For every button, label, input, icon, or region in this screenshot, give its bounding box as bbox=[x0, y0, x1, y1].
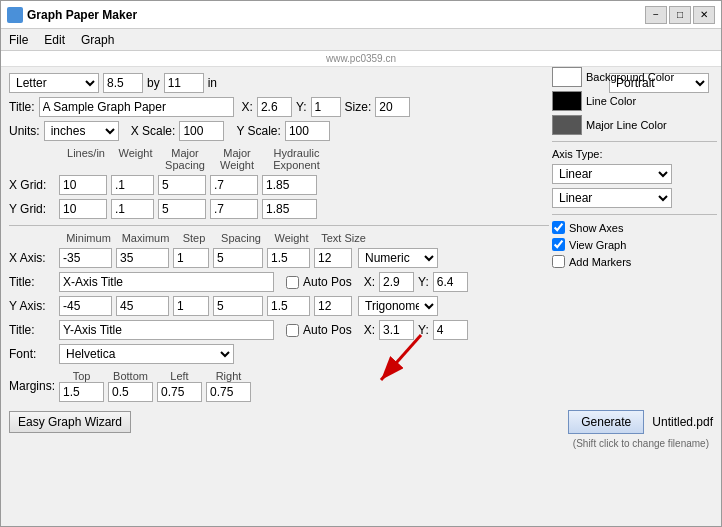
close-button[interactable]: ✕ bbox=[693, 6, 715, 24]
app-icon bbox=[7, 7, 23, 23]
xscale-input[interactable] bbox=[179, 121, 224, 141]
paper-height-input[interactable] bbox=[164, 73, 204, 93]
xscale-label: X Scale: bbox=[131, 124, 176, 138]
add-markers-checkbox[interactable] bbox=[552, 255, 565, 268]
title-bar: Graph Paper Maker − □ ✕ bbox=[1, 1, 721, 29]
generate-button[interactable]: Generate bbox=[568, 410, 644, 434]
bottom-buttons-row: Easy Graph Wizard Generate Untitled.pdf bbox=[9, 410, 713, 434]
xaxis-autopos-checkbox[interactable] bbox=[286, 276, 299, 289]
xgrid-lines[interactable] bbox=[59, 175, 107, 195]
xaxis-title-input[interactable] bbox=[59, 272, 274, 292]
col-spacing: Spacing bbox=[215, 232, 267, 244]
yaxis-autopos-label: Auto Pos bbox=[303, 323, 352, 337]
right-panel: Background Color Line Color Major Line C… bbox=[552, 67, 717, 268]
yaxis-text-size[interactable] bbox=[314, 296, 352, 316]
yaxis-autopos-checkbox[interactable] bbox=[286, 324, 299, 337]
ygrid-major-spacing[interactable] bbox=[158, 199, 206, 219]
xgrid-hydraulic[interactable] bbox=[262, 175, 317, 195]
title-label: Title: bbox=[9, 100, 35, 114]
yaxis-min[interactable] bbox=[59, 296, 112, 316]
yaxis-max[interactable] bbox=[116, 296, 169, 316]
right-label: Right bbox=[216, 370, 242, 382]
menu-graph[interactable]: Graph bbox=[73, 31, 122, 49]
add-markers-row: Add Markers bbox=[552, 255, 717, 268]
title-x-input[interactable] bbox=[257, 97, 292, 117]
menu-edit[interactable]: Edit bbox=[36, 31, 73, 49]
units-select[interactable]: inches bbox=[44, 121, 119, 141]
left-label: Left bbox=[170, 370, 188, 382]
xgrid-major-weight[interactable] bbox=[210, 175, 258, 195]
unit-label: in bbox=[208, 76, 217, 90]
ygrid-major-weight[interactable] bbox=[210, 199, 258, 219]
xgrid-major-spacing[interactable] bbox=[158, 175, 206, 195]
yaxis-weight[interactable] bbox=[267, 296, 310, 316]
xaxis-y-val[interactable] bbox=[433, 272, 468, 292]
yaxis-title-input[interactable] bbox=[59, 320, 274, 340]
yaxis-title-label: Title: bbox=[9, 323, 55, 337]
line-color-label: Line Color bbox=[586, 95, 636, 107]
line-color-row: Line Color bbox=[552, 91, 717, 111]
xaxis-label: X Axis: bbox=[9, 251, 55, 265]
yscale-label: Y Scale: bbox=[236, 124, 280, 138]
yaxis-type-select[interactable]: Trigonometric bbox=[358, 296, 438, 316]
yaxis-y-val[interactable] bbox=[433, 320, 468, 340]
xaxis-min[interactable] bbox=[59, 248, 112, 268]
axis-type-2-select[interactable]: Linear bbox=[552, 188, 672, 208]
xgrid-label: X Grid: bbox=[9, 178, 55, 192]
margin-right-input[interactable] bbox=[206, 382, 251, 402]
yaxis-x-val[interactable] bbox=[379, 320, 414, 340]
yaxis-row: Y Axis: Trigonometric bbox=[9, 296, 713, 316]
xaxis-y-label: Y: bbox=[418, 275, 429, 289]
yaxis-x-label: X: bbox=[364, 323, 375, 337]
xaxis-x-label: X: bbox=[364, 275, 375, 289]
yscale-input[interactable] bbox=[285, 121, 330, 141]
window-title: Graph Paper Maker bbox=[27, 8, 137, 22]
minimize-button[interactable]: − bbox=[645, 6, 667, 24]
ygrid-hydraulic[interactable] bbox=[262, 199, 317, 219]
xaxis-weight[interactable] bbox=[267, 248, 310, 268]
major-line-color-swatch[interactable] bbox=[552, 115, 582, 135]
view-graph-checkbox[interactable] bbox=[552, 238, 565, 251]
xaxis-text-size[interactable] bbox=[314, 248, 352, 268]
col-axis-weight: Weight bbox=[269, 232, 314, 244]
ygrid-lines[interactable] bbox=[59, 199, 107, 219]
title-input[interactable] bbox=[39, 97, 234, 117]
yaxis-step[interactable] bbox=[173, 296, 209, 316]
xaxis-title-row: Title: Auto Pos X: Y: bbox=[9, 272, 713, 292]
col-maximum: Maximum bbox=[118, 232, 173, 244]
menu-bar: File Edit Graph bbox=[1, 29, 721, 51]
axis-type-1-select[interactable]: Linear bbox=[552, 164, 672, 184]
xgrid-weight[interactable] bbox=[111, 175, 154, 195]
font-select[interactable]: Helvetica bbox=[59, 344, 234, 364]
title-size-input[interactable] bbox=[375, 97, 410, 117]
col-lines-in: Lines/in bbox=[61, 147, 111, 171]
xaxis-step[interactable] bbox=[173, 248, 209, 268]
line-color-swatch[interactable] bbox=[552, 91, 582, 111]
margin-top-input[interactable] bbox=[59, 382, 104, 402]
show-axes-checkbox[interactable] bbox=[552, 221, 565, 234]
wizard-button[interactable]: Easy Graph Wizard bbox=[9, 411, 131, 433]
xaxis-type-select[interactable]: Numeric bbox=[358, 248, 438, 268]
paper-size-select[interactable]: Letter bbox=[9, 73, 99, 93]
xaxis-autopos-label: Auto Pos bbox=[303, 275, 352, 289]
maximize-button[interactable]: □ bbox=[669, 6, 691, 24]
ygrid-weight[interactable] bbox=[111, 199, 154, 219]
margins-label: Margins: bbox=[9, 379, 55, 393]
yaxis-spacing[interactable] bbox=[213, 296, 263, 316]
margin-bottom-input[interactable] bbox=[108, 382, 153, 402]
xaxis-max[interactable] bbox=[116, 248, 169, 268]
bg-color-swatch[interactable] bbox=[552, 67, 582, 87]
bg-color-row: Background Color bbox=[552, 67, 717, 87]
margin-left-input[interactable] bbox=[157, 382, 202, 402]
col-major-weight: Major Weight bbox=[212, 147, 262, 171]
xaxis-spacing[interactable] bbox=[213, 248, 263, 268]
filename-label: Untitled.pdf bbox=[652, 415, 713, 429]
paper-width-input[interactable] bbox=[103, 73, 143, 93]
col-hydraulic: Hydraulic Exponent bbox=[264, 147, 329, 171]
view-graph-row: View Graph bbox=[552, 238, 717, 251]
menu-file[interactable]: File bbox=[1, 31, 36, 49]
title-y-input[interactable] bbox=[311, 97, 341, 117]
xaxis-x-val[interactable] bbox=[379, 272, 414, 292]
units-label: Units: bbox=[9, 124, 40, 138]
axis-type-label: Axis Type: bbox=[552, 148, 717, 160]
